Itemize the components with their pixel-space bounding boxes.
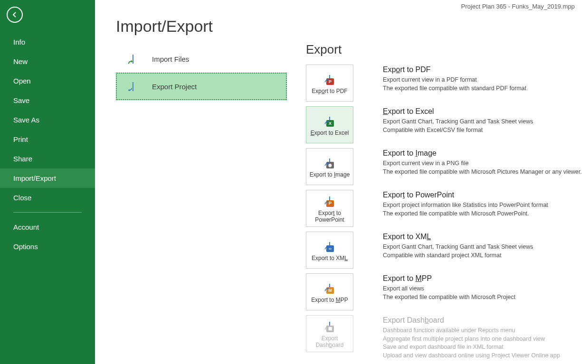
sidebar-item-options[interactable]: Options <box>0 237 95 256</box>
export-btn-export-to-image[interactable]: ◉Export to Image <box>306 148 353 185</box>
export-line: Aggregate first multiple project plans i… <box>383 335 588 344</box>
export-icon: X <box>321 113 339 128</box>
export-title: Export Dashboard <box>383 316 588 325</box>
export-heading: Export <box>306 42 588 57</box>
export-btn-label: Export to Image <box>310 171 350 178</box>
export-btn-label: Export to Excel <box>311 130 349 136</box>
export-description: Export to MPPExport all viewsThe exporte… <box>383 273 588 301</box>
export-project-icon <box>123 77 142 96</box>
export-btn-export-to-mpp[interactable]: MExport to MPP <box>306 273 353 310</box>
sidebar-item-info[interactable]: Info <box>0 32 95 52</box>
export-description: Export to XMLExport Gantt Chart, Trackin… <box>383 232 588 260</box>
export-row-export-to-xml: ‹›Export to XMLExport to XMLExport Gantt… <box>306 232 588 269</box>
export-icon: ‹› <box>321 239 339 253</box>
sidebar-footer: AccountOptions <box>0 207 95 256</box>
sidebar-item-new[interactable]: New <box>0 52 95 71</box>
export-icon: ◉ <box>321 155 339 169</box>
export-line: Export Gantt Chart, Tracking Gantt and T… <box>383 118 588 126</box>
export-icon: P <box>321 72 339 86</box>
export-line: Export project information like Statisti… <box>383 201 588 210</box>
export-line: Export current view in a PNG file <box>383 159 588 168</box>
import-files-icon <box>123 49 142 68</box>
export-btn-label: Export to PowerPoint <box>307 210 352 224</box>
export-title: Export to Image <box>383 149 588 158</box>
export-btn-export-to-powerpoint[interactable]: PExport to PowerPoint <box>306 190 353 227</box>
sidebar-item-save-as[interactable]: Save As <box>0 110 95 130</box>
export-btn-export-to-pdf[interactable]: PExport to PDF <box>306 65 353 102</box>
export-btn-export-to-excel[interactable]: XExport to Excel <box>306 106 353 143</box>
export-icon: ▦ <box>321 319 339 333</box>
sidebar-separator <box>13 212 82 213</box>
export-line: Export current view in a PDF format <box>383 76 588 84</box>
sidebar-item-close[interactable]: Close <box>0 188 95 207</box>
export-row-export-to-image: ◉Export to ImageExport to ImageExport cu… <box>306 148 588 185</box>
export-btn-export-dashboard: ▦Export Dashboard <box>306 315 353 352</box>
sidebar-item-open[interactable]: Open <box>0 71 95 91</box>
export-title: Export to XML <box>383 233 588 241</box>
export-project-option[interactable]: Export Project <box>116 73 287 100</box>
export-title: Export to PDF <box>383 65 588 74</box>
export-row-export-to-powerpoint: PExport to PowerPointExport to PowerPoin… <box>306 190 588 227</box>
export-title: Export to PowerPoint <box>383 191 588 199</box>
sidebar-item-share[interactable]: Share <box>0 149 95 168</box>
sidebar-nav: InfoNewOpenSaveSave AsPrintShareImport/E… <box>0 32 95 207</box>
import-export-options: Import Files Export Project <box>116 45 287 364</box>
sidebar-item-import-export[interactable]: Import/Export <box>0 168 95 188</box>
export-row-export-to-pdf: PExport to PDFExport to PDFExport curren… <box>306 65 588 102</box>
export-row-export-dashboard: ▦Export DashboardExport DashboardDashboa… <box>306 315 588 360</box>
export-line: The exported file compatible with Micros… <box>383 293 588 302</box>
sidebar-item-print[interactable]: Print <box>0 130 95 149</box>
export-line: Export all views <box>383 285 588 293</box>
export-line: Export Gantt Chart, Tracking Gantt and T… <box>383 243 588 252</box>
app-window: InfoNewOpenSaveSave AsPrintShareImport/E… <box>0 0 588 364</box>
export-icon: M <box>321 280 339 295</box>
page-title: Import/Export <box>116 17 588 36</box>
export-row-export-to-excel: XExport to ExcelExport to ExcelExport Ga… <box>306 106 588 143</box>
export-column: Export PExport to PDFExport to PDFExport… <box>306 42 588 364</box>
export-description: Export to ImageExport current view in a … <box>383 148 588 176</box>
export-line: The exported file compatible with Micros… <box>383 168 588 177</box>
arrow-left-icon <box>10 10 19 19</box>
export-line: Compatible with standard project XML for… <box>383 252 588 260</box>
export-row-export-to-mpp: MExport to MPPExport to MPPExport all vi… <box>306 273 588 310</box>
export-line: Upload and view dashboard online using P… <box>383 352 588 360</box>
sidebar-item-save[interactable]: Save <box>0 91 95 110</box>
backstage-sidebar: InfoNewOpenSaveSave AsPrintShareImport/E… <box>0 0 95 364</box>
export-description: Export to PDFExport current view in a PD… <box>383 65 588 93</box>
export-title: Export to MPP <box>383 274 588 283</box>
import-files-option[interactable]: Import Files <box>116 45 287 73</box>
import-files-label: Import Files <box>152 55 189 63</box>
export-line: The exported file compatible with Micros… <box>383 210 588 218</box>
export-btn-label: Export Dashboard <box>307 335 352 349</box>
export-line: Compatible with Excel/CSV file format <box>383 126 588 135</box>
export-btn-label: Export to XML <box>312 255 348 261</box>
export-description: Export to PowerPointExport project infor… <box>383 190 588 218</box>
export-description: Export DashboardDashboard function avail… <box>383 315 588 360</box>
main-content: Project Plan 365 - Funks_May_2019.mpp Im… <box>95 0 588 364</box>
export-project-label: Export Project <box>152 83 197 91</box>
sidebar-item-account[interactable]: Account <box>0 217 95 237</box>
export-description: Export to ExcelExport Gantt Chart, Track… <box>383 106 588 134</box>
export-line: Dashboard function available under Repor… <box>383 327 588 335</box>
export-btn-export-to-xml[interactable]: ‹›Export to XML <box>306 232 353 269</box>
export-line: The exported file compatible with standa… <box>383 84 588 93</box>
back-button[interactable] <box>7 7 23 23</box>
window-title: Project Plan 365 - Funks_May_2019.mpp <box>461 3 575 10</box>
export-btn-label: Export to PDF <box>312 88 347 94</box>
export-title: Export to Excel <box>383 107 588 116</box>
export-icon: P <box>321 194 339 208</box>
export-line: Save and export dashboard file in XML fo… <box>383 343 588 352</box>
export-btn-label: Export to MPP <box>311 297 348 303</box>
